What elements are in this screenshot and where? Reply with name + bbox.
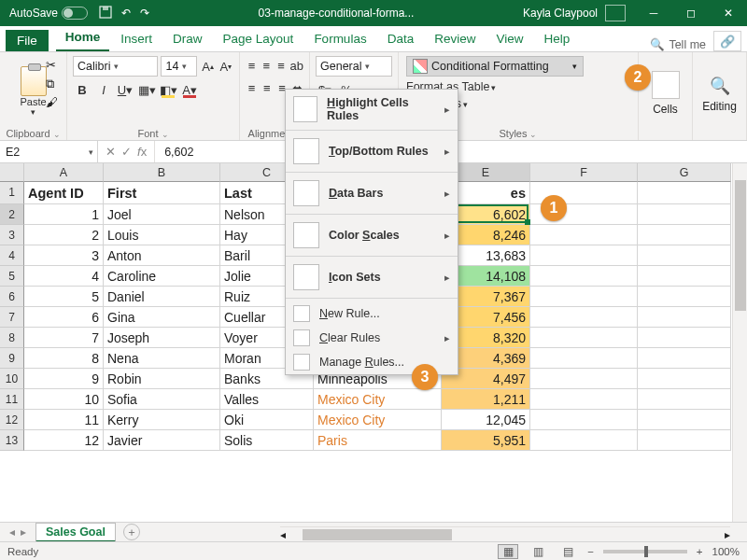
tab-home[interactable]: Home (56, 26, 110, 51)
cell[interactable]: Oki (220, 410, 314, 430)
cell[interactable]: Sofia (104, 389, 220, 410)
cell[interactable]: 9 (24, 369, 104, 389)
cell[interactable] (638, 287, 731, 307)
cell[interactable] (638, 182, 731, 204)
cell[interactable]: Nena (104, 348, 220, 369)
cell[interactable]: 2 (24, 225, 104, 245)
tab-help[interactable]: Help (534, 28, 579, 51)
align-top-icon[interactable]: ≡ (246, 56, 258, 75)
font-name-combo[interactable]: Calibri▾ (73, 56, 158, 77)
col-head-B[interactable]: B (104, 163, 220, 182)
toggle-off-icon[interactable] (62, 7, 88, 20)
cell[interactable]: Valles (220, 389, 314, 410)
maximize-button[interactable]: ◻ (672, 0, 710, 26)
cell[interactable] (530, 369, 638, 389)
cell[interactable] (638, 204, 731, 225)
cell[interactable]: 3 (24, 245, 104, 266)
zoom-level[interactable]: 100% (712, 546, 740, 557)
row-head-11[interactable]: 11 (0, 389, 24, 410)
wrap-text-icon[interactable]: ab (290, 56, 303, 75)
cell[interactable]: 4 (24, 266, 104, 287)
undo-icon[interactable]: ↶ (121, 7, 131, 20)
cell[interactable] (638, 245, 731, 266)
cell[interactable] (530, 287, 638, 307)
cell[interactable] (638, 389, 731, 410)
sheet-nav[interactable]: ◂▸ (0, 525, 35, 539)
row-head-7[interactable]: 7 (0, 307, 24, 328)
cells-icon[interactable] (652, 71, 680, 99)
close-button[interactable]: ✕ (710, 0, 747, 26)
enter-icon[interactable]: ✓ (121, 145, 132, 159)
cell[interactable]: 1,211 (442, 389, 530, 410)
zoom-in-button[interactable]: + (697, 546, 703, 557)
cell[interactable] (530, 389, 638, 410)
cell[interactable] (638, 328, 731, 348)
sheet-next-icon[interactable]: ▸ (21, 525, 26, 539)
cf-menu-top-bottom[interactable]: Top/Bottom Rules▸ (286, 133, 458, 169)
cf-menu-clear-rules[interactable]: Clear Rules▸ (286, 326, 458, 350)
tab-file[interactable]: File (6, 30, 49, 51)
scroll-left-icon[interactable]: ◂ (280, 528, 286, 541)
tab-draw[interactable]: Draw (163, 28, 212, 51)
name-box[interactable]: E2▾ (0, 141, 98, 162)
row-head-9[interactable]: 9 (0, 348, 24, 369)
cell[interactable]: Mexico City (314, 389, 442, 410)
row-head-2[interactable]: 2 (0, 204, 24, 225)
view-page-break-icon[interactable]: ▤ (557, 544, 578, 559)
col-head-A[interactable]: A (24, 163, 104, 182)
fx-icon[interactable]: fx (137, 145, 147, 159)
col-head-F[interactable]: F (530, 163, 638, 182)
cell[interactable] (638, 266, 731, 287)
find-icon[interactable]: 🔍 (710, 76, 730, 96)
cell[interactable]: 5 (24, 287, 104, 307)
cell[interactable]: 8 (24, 348, 104, 369)
cell[interactable] (530, 328, 638, 348)
cancel-icon[interactable]: ✕ (106, 145, 116, 159)
cell[interactable] (638, 410, 731, 430)
cell[interactable]: Kerry (104, 410, 220, 430)
cell[interactable]: 12,045 (442, 410, 530, 430)
cell[interactable]: 7 (24, 328, 104, 348)
row-head-8[interactable]: 8 (0, 328, 24, 348)
underline-button[interactable]: U▾ (116, 80, 134, 99)
cell[interactable] (530, 307, 638, 328)
align-center-icon[interactable]: ≡ (261, 78, 273, 97)
italic-button[interactable]: I (94, 80, 113, 99)
tab-page-layout[interactable]: Page Layout (214, 28, 303, 51)
horizontal-scrollbar[interactable]: ◂▸ (280, 526, 730, 541)
user-name[interactable]: Kayla Claypool (523, 7, 598, 20)
cell[interactable] (530, 430, 638, 451)
cell[interactable]: Solis (220, 430, 314, 451)
select-all-corner[interactable] (0, 163, 24, 182)
cell[interactable] (638, 225, 731, 245)
cf-menu-new-rule[interactable]: New Rule... (286, 301, 458, 326)
cell[interactable]: Daniel (104, 287, 220, 307)
cell[interactable]: Louis (104, 225, 220, 245)
cell[interactable]: Javier (104, 430, 220, 451)
share-button[interactable]: 🔗 (713, 31, 741, 51)
decrease-font-icon[interactable]: A▾ (218, 57, 233, 76)
autosave-toggle[interactable]: AutoSave (9, 7, 88, 20)
view-page-layout-icon[interactable]: ▥ (528, 544, 548, 559)
ribbon-display-icon[interactable] (605, 5, 626, 21)
cell[interactable]: 6 (24, 307, 104, 328)
cell[interactable]: First (104, 182, 220, 204)
cf-menu-icon-sets[interactable]: Icon Sets▸ (286, 259, 458, 295)
cell[interactable]: 11 (24, 410, 104, 430)
increase-font-icon[interactable]: A▴ (200, 57, 215, 76)
tab-insert[interactable]: Insert (111, 28, 162, 51)
cf-menu-data-bars[interactable]: Data Bars▸ (286, 175, 458, 211)
cell[interactable]: 1 (24, 204, 104, 225)
cell[interactable] (638, 307, 731, 328)
cell[interactable] (638, 369, 731, 389)
minimize-button[interactable]: ─ (635, 0, 672, 26)
cell[interactable] (530, 245, 638, 266)
cell[interactable]: Joseph (104, 328, 220, 348)
cf-menu-color-scales[interactable]: Color Scales▸ (286, 217, 458, 253)
view-normal-icon[interactable]: ▦ (498, 544, 518, 559)
cell[interactable]: Gina (104, 307, 220, 328)
border-button[interactable]: ▦▾ (137, 80, 156, 99)
cell[interactable] (638, 430, 731, 451)
cell[interactable]: 10 (24, 389, 104, 410)
row-head-4[interactable]: 4 (0, 245, 24, 266)
